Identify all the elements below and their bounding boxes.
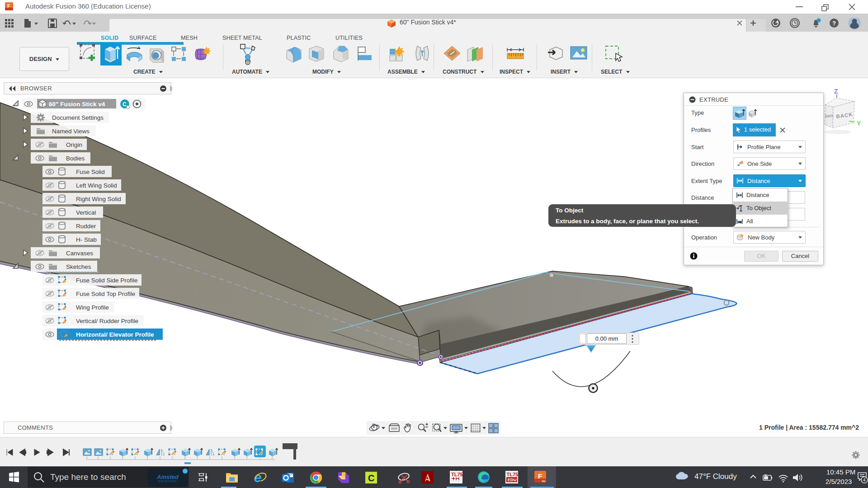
svg-text:Y: Y: [857, 120, 861, 127]
svg-text:4: 4: [863, 478, 866, 483]
svg-text:C: C: [123, 101, 127, 108]
svg-text:Z: Z: [834, 88, 838, 95]
svg-text:EDU: EDU: [508, 477, 517, 482]
svg-text:GHT.: GHT.: [825, 114, 834, 118]
svg-text:TL75: TL75: [451, 472, 463, 477]
svg-text:F: F: [538, 472, 542, 480]
svg-text:C: C: [368, 473, 374, 483]
svg-text:F: F: [7, 3, 10, 9]
svg-text:360: 360: [542, 480, 546, 483]
svg-text:TL75: TL75: [507, 472, 519, 477]
svg-text:?: ?: [832, 20, 836, 27]
